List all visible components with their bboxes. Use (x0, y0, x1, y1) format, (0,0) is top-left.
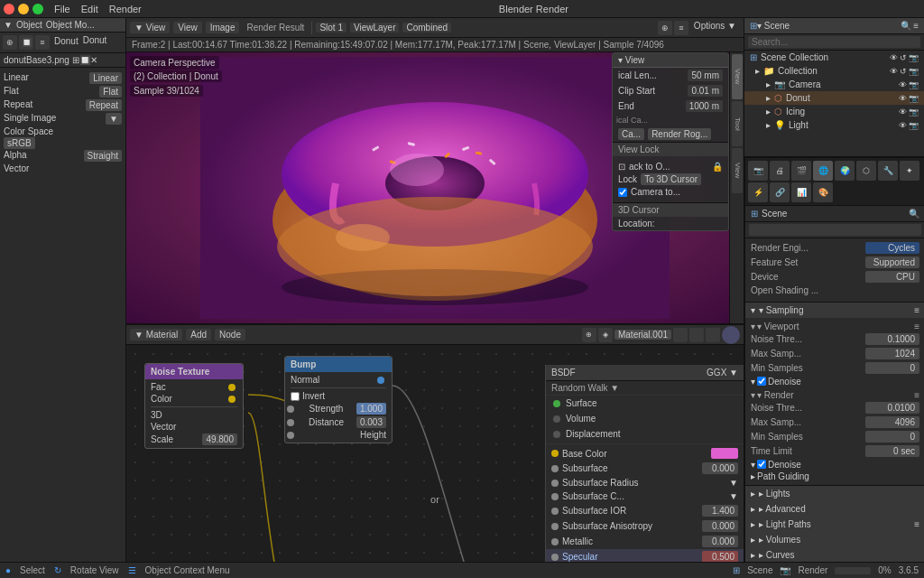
image-btn[interactable]: Image (206, 22, 240, 33)
device-value[interactable]: CPU (865, 271, 919, 283)
view-tab-view2[interactable]: View (732, 148, 743, 193)
props-icon-modifier[interactable]: 🔧 (878, 161, 898, 181)
bump-normal-socket[interactable] (377, 377, 384, 384)
tool-icon-2[interactable]: 🔲 (19, 35, 33, 50)
props-icon-physics[interactable]: ⚡ (748, 182, 768, 202)
eye-icon-4[interactable]: 👁 (899, 94, 907, 103)
props-icon-view[interactable]: 🎬 (791, 161, 811, 181)
slot-label[interactable]: Slot 1 (316, 23, 346, 33)
props-icon-output[interactable]: 🖨 (770, 161, 790, 181)
single-image-dropdown[interactable]: ▼ (106, 113, 122, 125)
view-btn-2[interactable]: View (173, 22, 202, 33)
sampling-title[interactable]: ▾ ▾ Sampling ≡ (745, 303, 924, 318)
menu-render[interactable]: Render (104, 4, 147, 14)
render-icon-3[interactable]: 📷 (909, 80, 919, 89)
curves-title[interactable]: ▸ ▸ Curves (745, 547, 924, 563)
time-limit-value[interactable]: 0 sec (865, 445, 919, 457)
noise-thresh-value[interactable]: 0.1000 (865, 333, 919, 345)
props-icon-material[interactable]: 🎨 (813, 182, 833, 202)
subsurface-anisotropy-val[interactable]: 0.000 (702, 520, 738, 532)
tool-icon-3[interactable]: ≡ (35, 35, 50, 50)
props-icon-scene[interactable]: 🌐 (813, 161, 833, 181)
outliner-collection[interactable]: ▸ 📁 Collection 👁 ↺ 📷 (744, 64, 924, 78)
outliner-light[interactable]: ▸ 💡 Light 👁 📷 (744, 118, 924, 132)
cursor-icon-1[interactable]: ↺ (900, 53, 907, 62)
specular-socket[interactable] (551, 554, 559, 561)
eye-icon-2[interactable]: 👁 (890, 67, 898, 76)
invert-checkbox[interactable] (291, 392, 300, 401)
cursor-icon-2[interactable]: ↺ (900, 67, 907, 76)
render-icon-6[interactable]: 📷 (909, 121, 919, 130)
render-icon-4[interactable]: 📷 (909, 94, 919, 103)
linear-dropdown[interactable]: Linear (89, 72, 122, 84)
alpha-value[interactable]: Straight (84, 150, 122, 162)
material-name[interactable]: Material.001 (614, 330, 671, 340)
displacement-output-socket[interactable] (553, 431, 560, 438)
metallic-val[interactable]: 0.000 (702, 536, 738, 547)
eye-icon-1[interactable]: 👁 (890, 53, 898, 62)
denoise2-checkbox[interactable] (757, 460, 766, 469)
props-icon-object[interactable]: ⬡ (856, 161, 876, 181)
distance-socket[interactable] (287, 419, 294, 426)
height-socket[interactable] (287, 432, 294, 439)
node-icon-2[interactable]: ◈ (598, 328, 613, 342)
sphere-icon[interactable] (722, 326, 740, 344)
node-editor-btn[interactable]: ▼ Material (130, 329, 182, 340)
node-node-btn[interactable]: Node (215, 329, 245, 340)
noise-fac-socket[interactable] (228, 384, 236, 391)
min-samples2-value[interactable]: 0 (865, 431, 919, 443)
bump-node[interactable]: Bump Normal Invert (284, 356, 393, 443)
outliner-search[interactable] (748, 36, 920, 48)
light-paths-title[interactable]: ▸ ▸ Light Paths ≡ (745, 517, 924, 532)
advanced-title[interactable]: ▸ ▸ Advanced (745, 501, 924, 517)
noise-texture-node[interactable]: Noise Texture Fac Color 3D (144, 363, 244, 449)
colorspace-value[interactable]: sRGB (4, 137, 35, 149)
props-search[interactable] (749, 224, 921, 236)
render-icon-1[interactable]: 📷 (909, 53, 919, 62)
props-icon-world[interactable]: 🌍 (835, 161, 855, 181)
cam-btn-2[interactable]: Render Rog... (648, 128, 711, 140)
eye-icon-6[interactable]: 👁 (899, 121, 907, 130)
outliner-filter-icon[interactable]: ≡ (913, 21, 919, 31)
node-add-btn[interactable]: Add (186, 329, 211, 340)
repeat-dropdown[interactable]: Repeat (86, 99, 122, 111)
slot-icon[interactable] (706, 328, 720, 342)
render-sampling-menu[interactable]: ≡ (914, 390, 919, 400)
node-icon-1[interactable]: ⊕ (582, 328, 596, 342)
clip-start-value[interactable]: 0.01 m (688, 85, 723, 97)
max-samples-value[interactable]: 1024 (865, 348, 919, 359)
base-color-swatch[interactable] (711, 448, 738, 459)
subsurface-ior-val[interactable]: 1.400 (702, 505, 738, 517)
camera-to-checkbox[interactable] (618, 188, 627, 197)
flat-dropdown[interactable]: Flat (99, 86, 122, 98)
props-icon-data[interactable]: 📊 (791, 182, 811, 202)
minimize-button[interactable] (18, 4, 29, 14)
render-icon-5[interactable]: 📷 (909, 107, 919, 117)
volumes-title[interactable]: ▸ ▸ Volumes (745, 532, 924, 547)
distance-value[interactable]: 0.003 (356, 416, 386, 428)
lights-title[interactable]: ▸ ▸ Lights (745, 486, 924, 501)
close-button[interactable] (4, 4, 14, 14)
to-3d-cursor-btn[interactable]: To 3D Cursor (641, 173, 701, 185)
focal-length-value[interactable]: 50 mm (688, 70, 723, 81)
strength-socket[interactable] (287, 406, 294, 413)
surface-output-socket[interactable] (553, 400, 560, 407)
feature-set-value[interactable]: Supported (865, 256, 919, 268)
eye-icon-3[interactable]: 👁 (899, 80, 907, 89)
subsurface-socket[interactable] (551, 465, 559, 472)
noise-scale-value[interactable]: 49.800 (202, 434, 237, 445)
subsurface-val[interactable]: 0.000 (702, 462, 738, 474)
view-btn-1[interactable]: ▼ View (130, 22, 170, 33)
props-icon-particle[interactable]: ✦ (900, 161, 919, 181)
sampling-menu-icon[interactable]: ≡ (914, 305, 919, 315)
noise-color-socket[interactable] (228, 396, 236, 403)
render-option-icon-1[interactable]: ⊕ (658, 21, 672, 35)
menu-edit[interactable]: Edit (76, 4, 104, 14)
viewlayer-label[interactable]: ViewLayer (350, 23, 400, 33)
min-samples-value[interactable]: 0 (865, 362, 919, 374)
light-paths-menu[interactable]: ≡ (914, 519, 919, 529)
denoise-checkbox[interactable] (757, 377, 766, 386)
outliner-scene-collection[interactable]: ⊞ Scene Collection 👁 ↺ 📷 (744, 51, 924, 64)
props-icon-constraint[interactable]: 🔗 (770, 182, 790, 202)
menu-file[interactable]: File (49, 4, 76, 14)
